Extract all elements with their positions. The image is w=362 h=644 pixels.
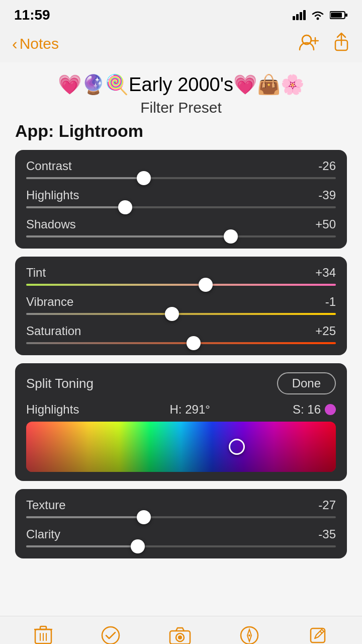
contrast-value: -26 bbox=[318, 159, 336, 173]
note-title: 💗🔮🍭Early 2000's💗👜🌸 bbox=[15, 72, 347, 97]
card-tint: Tint +34 Vibrance -1 Sat bbox=[15, 257, 347, 355]
texture-slider-row: Texture -27 bbox=[26, 498, 336, 518]
vibrance-slider-row: Vibrance -1 bbox=[26, 295, 336, 315]
contrast-track[interactable] bbox=[26, 177, 336, 179]
svg-point-20 bbox=[102, 627, 119, 644]
saturation-label: Saturation bbox=[26, 324, 81, 338]
svg-rect-16 bbox=[40, 626, 46, 629]
svg-line-27 bbox=[320, 631, 322, 633]
compass-icon[interactable] bbox=[239, 625, 259, 644]
edit-icon[interactable] bbox=[308, 625, 328, 644]
nav-right-icons bbox=[297, 32, 350, 55]
battery-icon bbox=[330, 11, 348, 20]
card-split-toning: Split Toning Done Highlights H: 291° S: … bbox=[15, 363, 347, 481]
svg-rect-0 bbox=[293, 16, 295, 20]
texture-label: Texture bbox=[26, 498, 66, 512]
split-toning-h-value: H: 291° bbox=[170, 403, 210, 417]
status-bar: 11:59 bbox=[0, 0, 362, 27]
highlights-label: Highlights bbox=[26, 188, 79, 202]
svg-rect-7 bbox=[345, 14, 347, 17]
contrast-label: Contrast bbox=[26, 159, 72, 173]
note-app-line: App: Lightroom bbox=[15, 121, 347, 141]
vibrance-track[interactable] bbox=[26, 313, 336, 315]
svg-point-4 bbox=[317, 18, 319, 20]
note-subtitle: Filter Preset bbox=[15, 99, 347, 116]
delete-icon[interactable] bbox=[34, 625, 52, 644]
card-contrast: Contrast -26 Highlights -39 bbox=[15, 150, 347, 249]
checkmark-circle-icon[interactable] bbox=[101, 625, 121, 644]
svg-rect-1 bbox=[296, 14, 299, 20]
tint-slider-row: Tint +34 bbox=[26, 266, 336, 286]
toolbar bbox=[0, 616, 362, 644]
camera-icon[interactable] bbox=[169, 626, 191, 644]
svg-rect-6 bbox=[331, 13, 342, 18]
split-toning-highlights-row: Highlights H: 291° S: 16 bbox=[26, 403, 336, 417]
svg-point-25 bbox=[248, 634, 250, 636]
split-toning-title: Split Toning bbox=[26, 376, 94, 391]
svg-point-23 bbox=[178, 635, 182, 639]
vibrance-value: -1 bbox=[325, 295, 336, 309]
contrast-slider-row: Contrast -26 bbox=[26, 159, 336, 179]
color-picker[interactable] bbox=[26, 422, 336, 472]
svg-rect-3 bbox=[303, 10, 306, 20]
highlights-track[interactable] bbox=[26, 206, 336, 208]
shadows-slider-row: Shadows +50 bbox=[26, 217, 336, 237]
texture-track[interactable] bbox=[26, 516, 336, 518]
add-collaborator-icon[interactable] bbox=[297, 33, 319, 55]
color-picker-thumb[interactable] bbox=[229, 439, 245, 455]
saturation-track[interactable] bbox=[26, 342, 336, 344]
texture-value: -27 bbox=[318, 498, 336, 512]
svg-rect-2 bbox=[300, 12, 302, 20]
split-toning-highlights-label: Highlights bbox=[26, 403, 79, 417]
shadows-track[interactable] bbox=[26, 235, 336, 237]
tint-value: +34 bbox=[315, 266, 336, 280]
clarity-slider-row: Clarity -35 bbox=[26, 527, 336, 547]
clarity-value: -35 bbox=[318, 527, 336, 541]
nav-bar: ‹ Notes bbox=[0, 27, 362, 62]
status-time: 11:59 bbox=[14, 7, 50, 23]
signal-icon bbox=[293, 10, 306, 20]
split-toning-color-dot bbox=[325, 404, 336, 415]
wifi-icon bbox=[311, 10, 325, 20]
saturation-slider-row: Saturation +25 bbox=[26, 324, 336, 344]
clarity-track[interactable] bbox=[26, 545, 336, 547]
vibrance-label: Vibrance bbox=[26, 295, 73, 309]
shadows-label: Shadows bbox=[26, 217, 76, 231]
tint-track[interactable] bbox=[26, 284, 336, 286]
back-button[interactable]: ‹ Notes bbox=[12, 35, 59, 53]
shadows-value: +50 bbox=[315, 217, 336, 231]
share-icon[interactable] bbox=[333, 32, 350, 55]
clarity-label: Clarity bbox=[26, 527, 60, 541]
status-icons bbox=[293, 10, 348, 20]
chevron-left-icon: ‹ bbox=[12, 35, 18, 53]
note-content: 💗🔮🍭Early 2000's💗👜🌸 Filter Preset App: Li… bbox=[0, 62, 362, 616]
saturation-value: +25 bbox=[315, 324, 336, 338]
back-label: Notes bbox=[20, 35, 59, 52]
split-toning-s-value: S: 16 bbox=[293, 403, 336, 417]
done-button[interactable]: Done bbox=[277, 372, 336, 394]
highlights-value: -39 bbox=[318, 188, 336, 202]
highlights-slider-row: Highlights -39 bbox=[26, 188, 336, 208]
card-texture: Texture -27 Clarity -35 bbox=[15, 489, 347, 558]
tint-label: Tint bbox=[26, 266, 46, 280]
